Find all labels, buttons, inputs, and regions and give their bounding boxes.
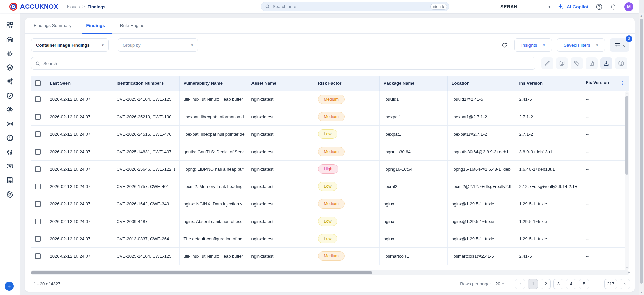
scroll-down-icon[interactable]: ▼ <box>640 291 643 294</box>
group-copy-button[interactable] <box>556 57 568 69</box>
sidebar-item-ai[interactable] <box>6 77 14 86</box>
cell-vulnerability-name: util-linux: util-linux: Heap buffer <box>179 91 247 108</box>
select-all-checkbox[interactable] <box>35 80 41 86</box>
sidebar-item-reports[interactable] <box>6 176 14 184</box>
table-row[interactable]: 2026-02-12 10:24:07 CVE-2026-25210, CWE-… <box>31 108 629 125</box>
column-menu-kebab-icon[interactable]: ⋮ <box>620 80 625 86</box>
alert-info-button[interactable] <box>615 57 627 69</box>
sidebar-item-inventory[interactable] <box>6 35 14 44</box>
tab-findings-summary[interactable]: Findings Summary <box>34 18 72 33</box>
tenant-name[interactable]: SERAN <box>500 4 517 9</box>
tenant-chevron-down-icon[interactable]: ▾ <box>548 4 550 9</box>
table-search-placeholder: Search <box>43 61 57 66</box>
sidebar-item-alerts[interactable] <box>6 133 14 142</box>
column-header-fix-version[interactable]: Fix Version <box>586 80 609 85</box>
sidebar-item-tickets[interactable] <box>6 162 14 170</box>
horizontal-scroll-thumb[interactable] <box>31 271 372 274</box>
table-row[interactable]: 2026-02-12 10:24:07 CVE-2026-24515, CWE-… <box>31 125 629 143</box>
table-row[interactable]: 2026-02-12 10:24:07 CVE-2026-25646, CWE-… <box>31 160 629 178</box>
global-search-input[interactable]: Search here ctrl + k <box>261 2 449 11</box>
refresh-button[interactable] <box>501 42 508 48</box>
sidebar-item-dashboard[interactable] <box>6 21 14 30</box>
column-header-location[interactable]: Location <box>447 76 515 91</box>
row-checkbox[interactable] <box>35 201 41 207</box>
row-checkbox[interactable] <box>35 253 41 259</box>
row-checkbox[interactable] <box>35 149 41 155</box>
sidebar-item-settings[interactable] <box>6 190 14 198</box>
pagination-prev-button[interactable]: ‹ <box>515 279 525 289</box>
table-vertical-scrollbar[interactable]: ▲ ▼ <box>625 91 629 270</box>
column-header-asset-name[interactable]: Asset Name <box>247 76 314 91</box>
create-ticket-button[interactable] <box>586 57 598 69</box>
risk-badge: Medium <box>318 199 345 209</box>
page-button-217[interactable]: 217 <box>604 279 617 289</box>
tab-rule-engine[interactable]: Rule Engine <box>120 18 145 33</box>
table-row[interactable]: 2026-02-12 10:24:07 CVE-2026-1642, CWE-3… <box>31 195 629 213</box>
cell-last-seen: 2026-02-12 10:24:07 <box>46 91 112 108</box>
row-checkbox[interactable] <box>35 114 41 120</box>
page-button-3[interactable]: 3 <box>553 279 563 289</box>
page-button-4[interactable]: 4 <box>566 279 576 289</box>
page-button-5[interactable]: 5 <box>579 279 589 289</box>
report-icon <box>6 176 14 184</box>
page-scrollbar[interactable]: ▲ ▼ <box>639 13 644 295</box>
table-row[interactable]: 2026-02-12 10:24:07 CVE-2025-14104, CWE-… <box>31 247 629 265</box>
column-header-vulnerability-name[interactable]: Vulnerability Name <box>179 76 247 91</box>
notifications-bell-icon[interactable] <box>610 3 617 10</box>
column-header-last-seen[interactable]: Last Seen <box>46 76 112 91</box>
page-button-2[interactable]: 2 <box>541 279 551 289</box>
row-checkbox[interactable] <box>35 219 41 224</box>
scroll-up-icon[interactable]: ▲ <box>640 14 643 17</box>
scroll-down-icon[interactable]: ▼ <box>626 267 628 270</box>
help-icon[interactable] <box>596 3 603 10</box>
sidebar-item-compliance[interactable] <box>6 91 14 100</box>
breadcrumb-issues[interactable]: Issues <box>67 4 80 9</box>
group-by-select[interactable]: Group by ▾ <box>118 38 198 52</box>
column-header-package-name[interactable]: Package Name <box>379 76 447 91</box>
ai-copilot-button[interactable]: AI Copilot <box>558 3 588 10</box>
row-checkbox[interactable] <box>35 236 41 242</box>
table-horizontal-scrollbar[interactable]: ▸ <box>31 270 629 275</box>
table-row[interactable]: 2026-02-12 10:24:07 CVE-2025-14104, CWE-… <box>31 91 629 108</box>
column-header-identification-numbers[interactable]: Identification Numbers <box>112 76 179 91</box>
table-row[interactable]: 2026-02-12 10:24:07 CVE-2013-0337, CWE-2… <box>31 230 629 247</box>
tab-findings[interactable]: Findings <box>86 18 105 33</box>
add-button[interactable]: + <box>5 282 14 291</box>
tag-button[interactable] <box>571 57 583 69</box>
search-icon <box>35 61 40 66</box>
scroll-up-icon[interactable]: ▲ <box>626 92 628 95</box>
pagination-next-button[interactable]: › <box>620 279 630 289</box>
column-header-ins-version[interactable]: Ins Version <box>515 76 582 91</box>
sidebar-item-identity[interactable] <box>6 148 14 156</box>
vertical-scroll-thumb[interactable] <box>625 96 628 175</box>
scroll-right-icon[interactable]: ▸ <box>628 270 630 274</box>
sidebar-item-telemetry[interactable] <box>6 119 14 128</box>
filter-panel-toggle[interactable]: ‹ 3 <box>610 38 629 52</box>
download-button[interactable] <box>600 57 612 69</box>
sidebar-item-runtime[interactable] <box>6 105 14 114</box>
table-row[interactable]: 2026-02-12 10:24:07 CVE-2009-4487 nginx:… <box>31 213 629 230</box>
cell-last-seen: 2026-02-12 10:24:07 <box>46 213 112 230</box>
finding-type-select[interactable]: Container Image Findings ▾ <box>31 38 109 52</box>
row-checkbox[interactable] <box>35 131 41 137</box>
accuknox-logo[interactable]: ACCUKNOX <box>0 3 58 11</box>
row-checkbox[interactable] <box>35 166 41 172</box>
table-row[interactable]: 2026-02-12 10:24:07 CVE-2025-14831, CWE-… <box>31 143 629 160</box>
sidebar-item-issues[interactable] <box>6 49 14 58</box>
sidebar-item-layers[interactable] <box>6 63 14 72</box>
page-button-1[interactable]: 1 <box>528 279 538 289</box>
row-checkbox[interactable] <box>35 96 41 102</box>
copy-plus-icon <box>559 60 565 66</box>
rows-per-page-select[interactable]: 20 ▾ <box>495 281 504 286</box>
page-scroll-thumb[interactable] <box>640 19 643 284</box>
edit-button[interactable] <box>541 57 553 69</box>
cell-fix-version: -- <box>582 143 629 160</box>
user-avatar[interactable]: M <box>624 2 633 11</box>
cell-identification-numbers: CVE-2025-14104, CWE-125 <box>112 91 179 108</box>
saved-filters-button[interactable]: Saved Filters ▾ <box>557 38 605 52</box>
row-checkbox[interactable] <box>35 184 41 189</box>
table-search-input[interactable]: Search <box>31 57 535 70</box>
table-row[interactable]: 2026-02-12 10:24:07 CVE-2026-1757, CWE-4… <box>31 178 629 195</box>
column-header-risk-factor[interactable]: Risk Factor <box>314 76 379 91</box>
insights-button[interactable]: Insights ▾ <box>514 38 552 52</box>
